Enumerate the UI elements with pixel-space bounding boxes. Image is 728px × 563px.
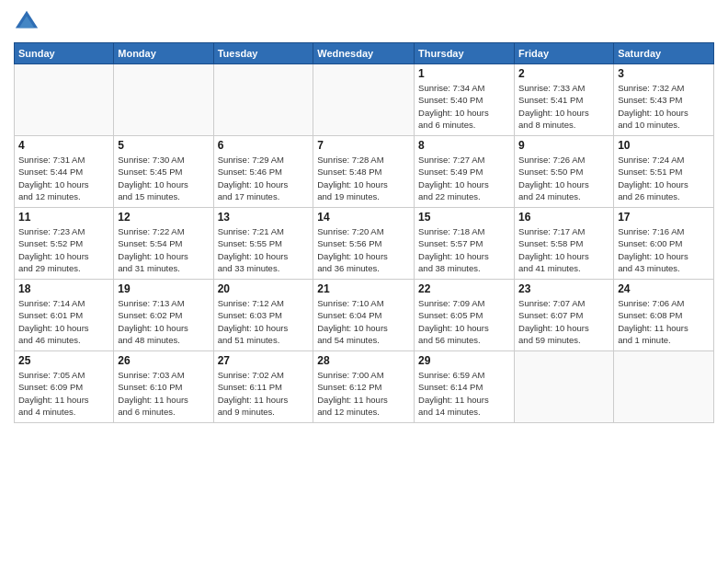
day-info: Sunrise: 7:34 AM Sunset: 5:40 PM Dayligh… [418, 82, 510, 131]
day-number: 15 [418, 211, 510, 224]
day-number: 16 [518, 211, 609, 224]
day-number: 3 [618, 67, 710, 80]
day-number: 14 [317, 211, 410, 224]
calendar-cell: 18Sunrise: 7:14 AM Sunset: 6:01 PM Dayli… [15, 280, 114, 351]
calendar-cell: 10Sunrise: 7:24 AM Sunset: 5:51 PM Dayli… [614, 136, 714, 208]
calendar-cell: 28Sunrise: 7:00 AM Sunset: 6:12 PM Dayli… [313, 351, 415, 423]
weekday-header-sunday: Sunday [15, 43, 114, 64]
logo [14, 9, 43, 35]
day-number: 1 [418, 67, 510, 80]
calendar-cell [614, 351, 714, 423]
day-number: 29 [418, 354, 510, 367]
weekday-header-thursday: Thursday [415, 43, 515, 64]
day-info: Sunrise: 7:13 AM Sunset: 6:02 PM Dayligh… [118, 297, 209, 346]
day-number: 7 [317, 139, 410, 152]
calendar-cell: 3Sunrise: 7:32 AM Sunset: 5:43 PM Daylig… [614, 64, 714, 136]
weekday-header-monday: Monday [114, 43, 213, 64]
day-info: Sunrise: 7:18 AM Sunset: 5:57 PM Dayligh… [418, 225, 510, 274]
day-info: Sunrise: 7:10 AM Sunset: 6:04 PM Dayligh… [317, 297, 410, 346]
calendar-cell: 22Sunrise: 7:09 AM Sunset: 6:05 PM Dayli… [415, 280, 515, 351]
day-number: 18 [18, 282, 109, 295]
day-number: 9 [518, 139, 609, 152]
day-number: 25 [18, 354, 109, 367]
calendar-cell [213, 64, 313, 136]
day-info: Sunrise: 7:12 AM Sunset: 6:03 PM Dayligh… [218, 297, 310, 346]
day-info: Sunrise: 7:06 AM Sunset: 6:08 PM Dayligh… [618, 297, 710, 346]
day-number: 26 [118, 354, 209, 367]
calendar-cell: 8Sunrise: 7:27 AM Sunset: 5:49 PM Daylig… [415, 136, 515, 208]
day-number: 27 [218, 354, 310, 367]
day-info: Sunrise: 6:59 AM Sunset: 6:14 PM Dayligh… [418, 369, 510, 418]
calendar-cell [114, 64, 213, 136]
day-info: Sunrise: 7:05 AM Sunset: 6:09 PM Dayligh… [18, 369, 109, 418]
day-number: 23 [518, 282, 609, 295]
day-number: 8 [418, 139, 510, 152]
day-number: 10 [618, 139, 710, 152]
day-number: 4 [18, 139, 109, 152]
calendar-cell: 21Sunrise: 7:10 AM Sunset: 6:04 PM Dayli… [313, 280, 415, 351]
calendar-cell: 2Sunrise: 7:33 AM Sunset: 5:41 PM Daylig… [515, 64, 614, 136]
calendar-cell: 9Sunrise: 7:26 AM Sunset: 5:50 PM Daylig… [515, 136, 614, 208]
calendar-cell: 26Sunrise: 7:03 AM Sunset: 6:10 PM Dayli… [114, 351, 213, 423]
day-number: 21 [317, 282, 410, 295]
calendar-cell: 29Sunrise: 6:59 AM Sunset: 6:14 PM Dayli… [415, 351, 515, 423]
weekday-header-friday: Friday [515, 43, 614, 64]
week-row-4: 25Sunrise: 7:05 AM Sunset: 6:09 PM Dayli… [15, 351, 714, 423]
calendar-cell: 12Sunrise: 7:22 AM Sunset: 5:54 PM Dayli… [114, 208, 213, 280]
day-info: Sunrise: 7:22 AM Sunset: 5:54 PM Dayligh… [118, 225, 209, 274]
weekday-header-tuesday: Tuesday [213, 43, 313, 64]
day-info: Sunrise: 7:32 AM Sunset: 5:43 PM Dayligh… [618, 82, 710, 131]
day-info: Sunrise: 7:00 AM Sunset: 6:12 PM Dayligh… [317, 369, 410, 418]
day-number: 17 [618, 211, 710, 224]
calendar-cell: 15Sunrise: 7:18 AM Sunset: 5:57 PM Dayli… [415, 208, 515, 280]
week-row-2: 11Sunrise: 7:23 AM Sunset: 5:52 PM Dayli… [15, 208, 714, 280]
calendar-cell: 16Sunrise: 7:17 AM Sunset: 5:58 PM Dayli… [515, 208, 614, 280]
week-row-1: 4Sunrise: 7:31 AM Sunset: 5:44 PM Daylig… [15, 136, 714, 208]
day-number: 2 [518, 67, 609, 80]
calendar-cell: 25Sunrise: 7:05 AM Sunset: 6:09 PM Dayli… [15, 351, 114, 423]
page: SundayMondayTuesdayWednesdayThursdayFrid… [0, 0, 728, 563]
calendar-cell: 7Sunrise: 7:28 AM Sunset: 5:48 PM Daylig… [313, 136, 415, 208]
weekday-header-row: SundayMondayTuesdayWednesdayThursdayFrid… [15, 43, 714, 64]
day-number: 11 [18, 211, 109, 224]
day-number: 19 [118, 282, 209, 295]
week-row-0: 1Sunrise: 7:34 AM Sunset: 5:40 PM Daylig… [15, 64, 714, 136]
day-info: Sunrise: 7:23 AM Sunset: 5:52 PM Dayligh… [18, 225, 109, 274]
day-number: 6 [218, 139, 310, 152]
calendar-cell [313, 64, 415, 136]
calendar-cell: 17Sunrise: 7:16 AM Sunset: 6:00 PM Dayli… [614, 208, 714, 280]
calendar-cell: 1Sunrise: 7:34 AM Sunset: 5:40 PM Daylig… [415, 64, 515, 136]
day-number: 13 [218, 211, 310, 224]
day-info: Sunrise: 7:07 AM Sunset: 6:07 PM Dayligh… [518, 297, 609, 346]
calendar-cell: 5Sunrise: 7:30 AM Sunset: 5:45 PM Daylig… [114, 136, 213, 208]
calendar-table: SundayMondayTuesdayWednesdayThursdayFrid… [14, 42, 714, 423]
day-info: Sunrise: 7:31 AM Sunset: 5:44 PM Dayligh… [18, 154, 109, 202]
day-info: Sunrise: 7:14 AM Sunset: 6:01 PM Dayligh… [18, 297, 109, 346]
calendar-cell: 19Sunrise: 7:13 AM Sunset: 6:02 PM Dayli… [114, 280, 213, 351]
calendar-cell: 6Sunrise: 7:29 AM Sunset: 5:46 PM Daylig… [213, 136, 313, 208]
calendar-cell: 24Sunrise: 7:06 AM Sunset: 6:08 PM Dayli… [614, 280, 714, 351]
day-info: Sunrise: 7:17 AM Sunset: 5:58 PM Dayligh… [518, 225, 609, 274]
day-info: Sunrise: 7:03 AM Sunset: 6:10 PM Dayligh… [118, 369, 209, 418]
day-info: Sunrise: 7:20 AM Sunset: 5:56 PM Dayligh… [317, 225, 410, 274]
calendar-cell [515, 351, 614, 423]
day-number: 28 [317, 354, 410, 367]
weekday-header-saturday: Saturday [614, 43, 714, 64]
day-number: 22 [418, 282, 510, 295]
calendar-cell: 4Sunrise: 7:31 AM Sunset: 5:44 PM Daylig… [15, 136, 114, 208]
weekday-header-wednesday: Wednesday [313, 43, 415, 64]
logo-icon [14, 9, 40, 35]
calendar-cell: 27Sunrise: 7:02 AM Sunset: 6:11 PM Dayli… [213, 351, 313, 423]
day-info: Sunrise: 7:02 AM Sunset: 6:11 PM Dayligh… [218, 369, 310, 418]
calendar-cell: 14Sunrise: 7:20 AM Sunset: 5:56 PM Dayli… [313, 208, 415, 280]
day-info: Sunrise: 7:27 AM Sunset: 5:49 PM Dayligh… [418, 154, 510, 202]
calendar-cell: 13Sunrise: 7:21 AM Sunset: 5:55 PM Dayli… [213, 208, 313, 280]
calendar-cell: 20Sunrise: 7:12 AM Sunset: 6:03 PM Dayli… [213, 280, 313, 351]
day-info: Sunrise: 7:29 AM Sunset: 5:46 PM Dayligh… [218, 154, 310, 202]
day-number: 5 [118, 139, 209, 152]
day-number: 20 [218, 282, 310, 295]
week-row-3: 18Sunrise: 7:14 AM Sunset: 6:01 PM Dayli… [15, 280, 714, 351]
calendar-cell: 11Sunrise: 7:23 AM Sunset: 5:52 PM Dayli… [15, 208, 114, 280]
day-number: 12 [118, 211, 209, 224]
day-info: Sunrise: 7:33 AM Sunset: 5:41 PM Dayligh… [518, 82, 609, 131]
